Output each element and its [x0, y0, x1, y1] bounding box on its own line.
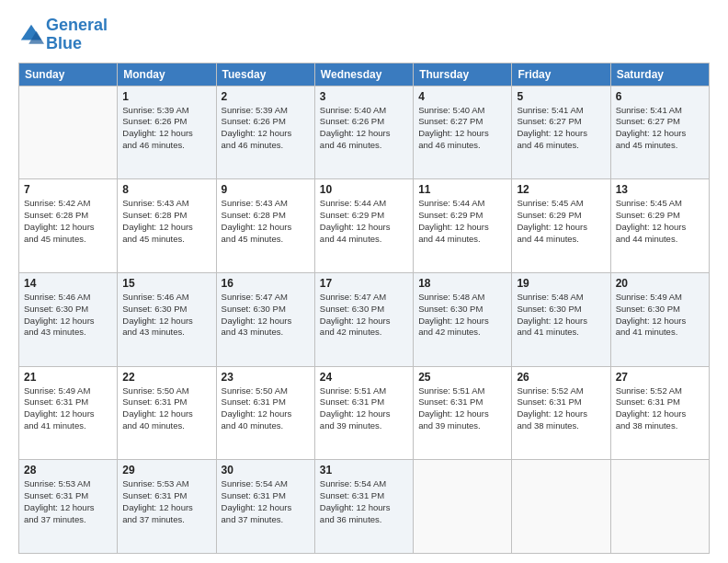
calendar-table: Sunday Monday Tuesday Wednesday Thursday…	[18, 63, 710, 554]
day-info: Sunrise: 5:53 AMSunset: 6:31 PMDaylight:…	[122, 478, 210, 525]
table-row: 2Sunrise: 5:39 AMSunset: 6:26 PMDaylight…	[216, 86, 314, 179]
col-thursday: Thursday	[414, 63, 512, 86]
day-number: 14	[24, 277, 112, 290]
table-row: 29Sunrise: 5:53 AMSunset: 6:31 PMDayligh…	[118, 460, 216, 554]
table-row: 18Sunrise: 5:48 AMSunset: 6:30 PMDayligh…	[414, 272, 512, 366]
table-row	[610, 460, 709, 554]
logo: General Blue	[18, 17, 108, 53]
day-info: Sunrise: 5:40 AMSunset: 6:26 PMDaylight:…	[320, 105, 408, 152]
table-row: 23Sunrise: 5:50 AMSunset: 6:31 PMDayligh…	[216, 366, 314, 460]
day-info: Sunrise: 5:53 AMSunset: 6:31 PMDaylight:…	[24, 478, 112, 525]
calendar-row: 1Sunrise: 5:39 AMSunset: 6:26 PMDaylight…	[19, 86, 710, 179]
table-row: 12Sunrise: 5:45 AMSunset: 6:29 PMDayligh…	[512, 179, 610, 273]
day-number: 7	[24, 183, 112, 196]
day-info: Sunrise: 5:49 AMSunset: 6:30 PMDaylight:…	[616, 292, 704, 339]
table-row: 24Sunrise: 5:51 AMSunset: 6:31 PMDayligh…	[314, 366, 413, 460]
day-info: Sunrise: 5:48 AMSunset: 6:30 PMDaylight:…	[418, 292, 506, 339]
col-monday: Monday	[118, 63, 216, 86]
day-number: 30	[222, 464, 310, 477]
table-row: 10Sunrise: 5:44 AMSunset: 6:29 PMDayligh…	[314, 179, 413, 273]
day-number: 28	[24, 464, 112, 477]
day-number: 15	[122, 277, 210, 290]
day-number: 2	[222, 90, 310, 103]
day-info: Sunrise: 5:42 AMSunset: 6:28 PMDaylight:…	[24, 198, 112, 245]
col-saturday: Saturday	[610, 63, 709, 86]
day-info: Sunrise: 5:43 AMSunset: 6:28 PMDaylight:…	[122, 198, 210, 245]
day-info: Sunrise: 5:54 AMSunset: 6:31 PMDaylight:…	[320, 478, 408, 525]
table-row: 31Sunrise: 5:54 AMSunset: 6:31 PMDayligh…	[314, 460, 413, 554]
day-number: 31	[320, 464, 408, 477]
day-info: Sunrise: 5:46 AMSunset: 6:30 PMDaylight:…	[24, 292, 112, 339]
table-row: 21Sunrise: 5:49 AMSunset: 6:31 PMDayligh…	[19, 366, 118, 460]
day-number: 23	[222, 371, 310, 384]
table-row: 16Sunrise: 5:47 AMSunset: 6:30 PMDayligh…	[216, 272, 314, 366]
day-number: 21	[24, 371, 112, 384]
day-number: 6	[616, 90, 704, 103]
day-info: Sunrise: 5:46 AMSunset: 6:30 PMDaylight:…	[122, 292, 210, 339]
day-info: Sunrise: 5:45 AMSunset: 6:29 PMDaylight:…	[517, 198, 605, 245]
day-info: Sunrise: 5:47 AMSunset: 6:30 PMDaylight:…	[222, 292, 310, 339]
day-info: Sunrise: 5:39 AMSunset: 6:26 PMDaylight:…	[122, 105, 210, 152]
day-number: 26	[517, 371, 605, 384]
day-info: Sunrise: 5:48 AMSunset: 6:30 PMDaylight:…	[517, 292, 605, 339]
day-number: 17	[320, 277, 408, 290]
table-row: 7Sunrise: 5:42 AMSunset: 6:28 PMDaylight…	[19, 179, 118, 273]
day-number: 24	[320, 371, 408, 384]
table-row: 1Sunrise: 5:39 AMSunset: 6:26 PMDaylight…	[118, 86, 216, 179]
table-row: 26Sunrise: 5:52 AMSunset: 6:31 PMDayligh…	[512, 366, 610, 460]
day-info: Sunrise: 5:45 AMSunset: 6:29 PMDaylight:…	[616, 198, 704, 245]
day-number: 20	[616, 277, 704, 290]
table-row: 3Sunrise: 5:40 AMSunset: 6:26 PMDaylight…	[314, 86, 413, 179]
day-number: 29	[122, 464, 210, 477]
table-row: 11Sunrise: 5:44 AMSunset: 6:29 PMDayligh…	[414, 179, 512, 273]
day-info: Sunrise: 5:47 AMSunset: 6:30 PMDaylight:…	[320, 292, 408, 339]
col-friday: Friday	[512, 63, 610, 86]
table-row	[512, 460, 610, 554]
day-info: Sunrise: 5:50 AMSunset: 6:31 PMDaylight:…	[222, 385, 310, 432]
table-row: 22Sunrise: 5:50 AMSunset: 6:31 PMDayligh…	[118, 366, 216, 460]
day-info: Sunrise: 5:50 AMSunset: 6:31 PMDaylight:…	[122, 385, 210, 432]
calendar-row: 14Sunrise: 5:46 AMSunset: 6:30 PMDayligh…	[19, 272, 710, 366]
table-row	[414, 460, 512, 554]
day-info: Sunrise: 5:39 AMSunset: 6:26 PMDaylight:…	[222, 105, 310, 152]
table-row: 8Sunrise: 5:43 AMSunset: 6:28 PMDaylight…	[118, 179, 216, 273]
day-info: Sunrise: 5:51 AMSunset: 6:31 PMDaylight:…	[320, 385, 408, 432]
day-info: Sunrise: 5:41 AMSunset: 6:27 PMDaylight:…	[517, 105, 605, 152]
day-number: 3	[320, 90, 408, 103]
table-row: 27Sunrise: 5:52 AMSunset: 6:31 PMDayligh…	[610, 366, 709, 460]
table-row: 14Sunrise: 5:46 AMSunset: 6:30 PMDayligh…	[19, 272, 118, 366]
table-row: 15Sunrise: 5:46 AMSunset: 6:30 PMDayligh…	[118, 272, 216, 366]
table-row: 6Sunrise: 5:41 AMSunset: 6:27 PMDaylight…	[610, 86, 709, 179]
logo-text-line1: General	[46, 17, 108, 35]
table-row: 9Sunrise: 5:43 AMSunset: 6:28 PMDaylight…	[216, 179, 314, 273]
day-number: 25	[418, 371, 506, 384]
calendar-row: 21Sunrise: 5:49 AMSunset: 6:31 PMDayligh…	[19, 366, 710, 460]
day-info: Sunrise: 5:54 AMSunset: 6:31 PMDaylight:…	[222, 478, 310, 525]
table-row	[19, 86, 118, 179]
table-row: 20Sunrise: 5:49 AMSunset: 6:30 PMDayligh…	[610, 272, 709, 366]
day-info: Sunrise: 5:49 AMSunset: 6:31 PMDaylight:…	[24, 385, 112, 432]
day-info: Sunrise: 5:52 AMSunset: 6:31 PMDaylight:…	[616, 385, 704, 432]
day-number: 16	[222, 277, 310, 290]
day-number: 4	[418, 90, 506, 103]
table-row: 25Sunrise: 5:51 AMSunset: 6:31 PMDayligh…	[414, 366, 512, 460]
day-number: 12	[517, 183, 605, 196]
day-info: Sunrise: 5:44 AMSunset: 6:29 PMDaylight:…	[418, 198, 506, 245]
col-tuesday: Tuesday	[216, 63, 314, 86]
day-number: 8	[122, 183, 210, 196]
table-row: 30Sunrise: 5:54 AMSunset: 6:31 PMDayligh…	[216, 460, 314, 554]
col-wednesday: Wednesday	[314, 63, 413, 86]
table-row: 5Sunrise: 5:41 AMSunset: 6:27 PMDaylight…	[512, 86, 610, 179]
table-row: 4Sunrise: 5:40 AMSunset: 6:27 PMDaylight…	[414, 86, 512, 179]
day-info: Sunrise: 5:51 AMSunset: 6:31 PMDaylight:…	[418, 385, 506, 432]
day-info: Sunrise: 5:44 AMSunset: 6:29 PMDaylight:…	[320, 198, 408, 245]
page: General Blue Sunday Monday Tuesday Wedne…	[0, 0, 728, 563]
table-row: 28Sunrise: 5:53 AMSunset: 6:31 PMDayligh…	[19, 460, 118, 554]
header: General Blue	[18, 17, 710, 53]
calendar-row: 7Sunrise: 5:42 AMSunset: 6:28 PMDaylight…	[19, 179, 710, 273]
day-number: 5	[517, 90, 605, 103]
table-row: 19Sunrise: 5:48 AMSunset: 6:30 PMDayligh…	[512, 272, 610, 366]
day-number: 18	[418, 277, 506, 290]
day-number: 1	[122, 90, 210, 103]
day-info: Sunrise: 5:43 AMSunset: 6:28 PMDaylight:…	[222, 198, 310, 245]
